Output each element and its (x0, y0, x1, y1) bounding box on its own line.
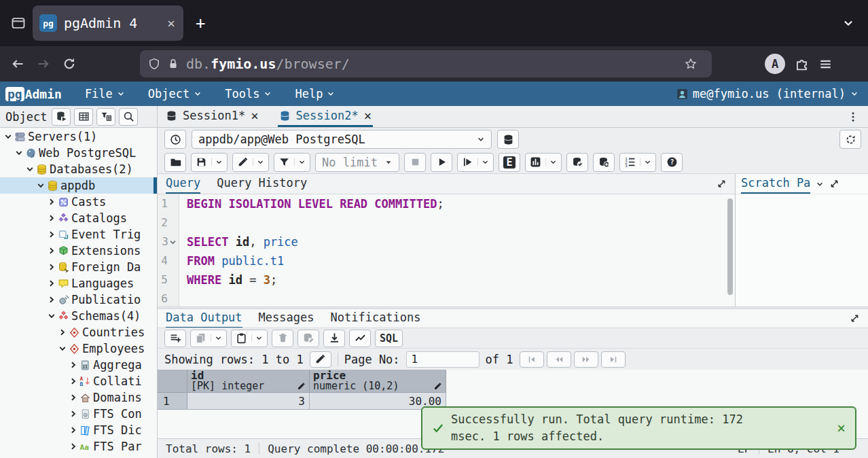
table-row[interactable]: 1330.00 (158, 393, 446, 410)
collapse-caret-icon[interactable] (24, 165, 35, 173)
tree-item-fts-con[interactable]: FTS Con (0, 406, 157, 422)
help-button[interactable]: ? (661, 153, 683, 172)
tree-item-collati[interactable]: ABCollati (0, 373, 157, 389)
expand-icon[interactable] (829, 179, 839, 189)
menu-help[interactable]: Help (295, 87, 335, 101)
expand-caret-icon[interactable] (46, 230, 57, 239)
collapse-caret-icon[interactable] (57, 345, 68, 353)
explain-button[interactable]: E (499, 153, 520, 172)
firefox-view-icon[interactable] (8, 13, 29, 33)
tree-item-databases-2[interactable]: Databases(2) (0, 161, 157, 177)
tree-item-employees[interactable]: Employees (0, 340, 157, 357)
expand-caret-icon[interactable] (68, 426, 79, 434)
expand-caret-icon[interactable] (46, 247, 57, 255)
page-number-input[interactable] (406, 351, 480, 368)
editor-code[interactable]: BEGIN ISOLATION LEVEL READ COMMITTED;SEL… (179, 194, 735, 306)
tree-item-casts[interactable]: Casts (0, 194, 157, 210)
more-options-kebab-icon[interactable] (848, 111, 858, 122)
collapse-caret-icon[interactable] (35, 181, 46, 190)
session-tab[interactable]: Session1*× (164, 106, 260, 127)
first-page-button[interactable] (520, 351, 544, 368)
fold-caret-icon[interactable] (169, 239, 177, 246)
tree-item-appdb[interactable]: appdb (0, 177, 157, 194)
next-page-button[interactable] (574, 351, 598, 368)
expand-caret-icon[interactable] (46, 279, 57, 287)
scratch-pad-tab[interactable]: Scratch Pa (741, 174, 810, 194)
chevron-down-icon[interactable] (253, 158, 264, 166)
expand-caret-icon[interactable] (46, 198, 57, 206)
extensions-puzzle-icon[interactable] (795, 57, 809, 71)
tree-item-fts-tem[interactable]: FTS Tem (0, 455, 157, 458)
expand-caret-icon[interactable] (68, 410, 79, 418)
session-tab[interactable]: Session2*× (278, 106, 374, 127)
tree-item-event-trig[interactable]: Event Trig (0, 226, 157, 243)
sql-editor[interactable]: 123456 BEGIN ISOLATION LEVEL READ COMMIT… (158, 194, 735, 306)
filtered-rows-button[interactable] (96, 108, 115, 126)
account-icon[interactable]: A (765, 54, 785, 74)
expand-caret-icon[interactable] (57, 328, 68, 336)
tree-item-aggrega[interactable]: Aggrega (0, 357, 157, 373)
macros-button[interactable]: 123 (619, 153, 656, 172)
connection-select[interactable]: appdb/app@Web PostgreSQL (192, 130, 492, 149)
expand-icon[interactable] (717, 179, 727, 189)
chevron-down-icon[interactable] (477, 158, 489, 166)
menu-object[interactable]: Object (148, 87, 202, 101)
save-file-button[interactable] (191, 153, 228, 172)
query-history-clock-button[interactable] (164, 130, 186, 149)
new-tab-button[interactable]: + (196, 14, 205, 33)
cancel-query-button[interactable] (404, 153, 426, 172)
tab-query-history[interactable]: Query History (217, 174, 307, 194)
tree-item-publicatio[interactable]: Publicatio (0, 292, 157, 308)
graph-visualiser-button[interactable] (349, 330, 371, 347)
expand-caret-icon[interactable] (68, 442, 79, 451)
edit-column-icon[interactable] (297, 382, 306, 391)
close-icon[interactable]: × (251, 108, 258, 123)
expand-caret-icon[interactable] (68, 393, 79, 402)
tab-data-output[interactable]: Data Output (166, 309, 242, 328)
shield-icon[interactable] (148, 58, 160, 70)
chevron-down-icon[interactable] (816, 180, 824, 188)
save-data-button[interactable] (297, 330, 319, 347)
forward-button[interactable] (33, 53, 54, 75)
tab-query[interactable]: Query (166, 174, 200, 194)
tree-item-fts-par[interactable]: AaFTS Par (0, 438, 157, 455)
filter-button[interactable] (274, 153, 310, 172)
edit-range-button[interactable] (310, 351, 331, 368)
copy-button[interactable] (190, 330, 227, 347)
explain-analyze-button[interactable] (525, 153, 562, 172)
scratch-pad-body[interactable] (736, 194, 868, 306)
close-icon[interactable]: × (364, 108, 372, 123)
edit-column-icon[interactable] (433, 382, 442, 391)
browser-tab[interactable]: pg pgAdmin 4 × (33, 5, 183, 41)
collapse-caret-icon[interactable] (3, 133, 14, 141)
expand-caret-icon[interactable] (68, 377, 79, 385)
new-connection-button[interactable] (497, 130, 519, 149)
tree-item-fts-dic[interactable]: FTS Dic (0, 422, 157, 438)
column-header-id[interactable]: id[PK] integer (187, 370, 310, 393)
menu-file[interactable]: File (85, 87, 125, 101)
delete-row-button[interactable] (272, 330, 293, 347)
menu-hamburger-icon[interactable] (818, 57, 833, 71)
add-row-button[interactable] (164, 330, 186, 347)
tree-item-web-postgresql[interactable]: Web PostgreSQL (0, 145, 157, 161)
collapse-caret-icon[interactable] (14, 149, 24, 157)
tree-item-schemas-4[interactable]: Schemas(4) (0, 308, 157, 324)
last-page-button[interactable] (601, 351, 626, 368)
bookmark-star-icon[interactable] (685, 58, 697, 70)
rollback-button[interactable] (593, 153, 615, 172)
chevron-down-icon[interactable] (211, 334, 222, 342)
expand-icon[interactable] (850, 313, 860, 323)
table-cell[interactable]: 3 (187, 393, 310, 410)
chevron-down-icon[interactable] (294, 158, 306, 166)
execute-options-button[interactable] (457, 153, 494, 172)
expand-caret-icon[interactable] (68, 361, 79, 369)
tree-item-languages[interactable]: Languages (0, 275, 157, 292)
reload-button[interactable] (58, 53, 80, 75)
paste-button[interactable] (231, 330, 268, 347)
tree-item-foreign-da[interactable]: Foreign Da (0, 259, 157, 275)
tree-item-catalogs[interactable]: Catalogs (0, 210, 157, 226)
execute-query-button[interactable] (431, 153, 452, 172)
edit-button[interactable] (232, 153, 269, 172)
row-limit-select[interactable]: No limit (315, 153, 399, 172)
lock-icon[interactable] (167, 58, 179, 70)
